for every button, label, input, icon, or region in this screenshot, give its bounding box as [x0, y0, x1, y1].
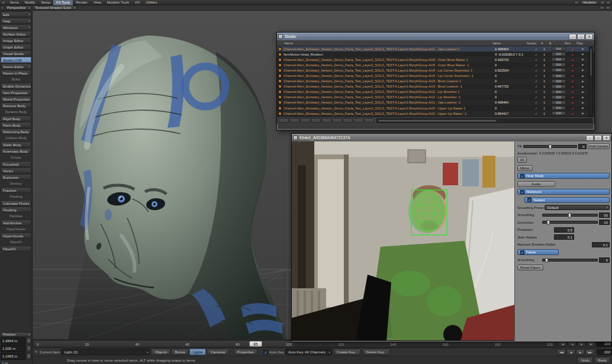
- play-icon[interactable]: ▶: [578, 91, 588, 94]
- play-icon[interactable]: ▶: [578, 112, 588, 115]
- minimize-button[interactable]: –: [569, 34, 576, 40]
- sidebar-item-studio-live[interactable]: Studio LIVE: [1, 57, 31, 63]
- studio-footer-button[interactable]: [321, 118, 331, 123]
- sidebar-item-help[interactable]: Help: [1, 18, 31, 24]
- window-icon[interactable]: [600, 1, 605, 5]
- menu-view[interactable]: View: [91, 0, 104, 5]
- channel-value[interactable]: 0: [495, 74, 529, 78]
- record-icon[interactable]: ●: [567, 47, 578, 51]
- end-frame-field-2[interactable]: 200: [597, 349, 612, 355]
- play-icon[interactable]: ▶: [578, 69, 588, 72]
- mode-objects-button[interactable]: Objects: [151, 349, 170, 355]
- studio-footer-button[interactable]: [311, 118, 321, 123]
- channel-value[interactable]: 0.430733: [495, 58, 529, 62]
- properties-button[interactable]: Properties: [234, 349, 257, 355]
- sidebar-item-deforming-body[interactable]: Deforming Body: [1, 128, 31, 134]
- play-icon[interactable]: ▶: [578, 75, 588, 78]
- edit-button[interactable]: Edit: [552, 74, 566, 78]
- vertical-scrollbar[interactable]: [589, 47, 593, 117]
- channel-row[interactable]: ItemMotion Head_RotationX -0.0250813 Y 0…: [277, 51, 594, 57]
- minimize-icon[interactable]: [606, 1, 611, 5]
- x-position-field[interactable]: 1.4844 m: [1, 337, 25, 344]
- faces-smoothing-slider[interactable]: [542, 259, 598, 262]
- seated-toggle[interactable]: ✓ Seated: [524, 197, 610, 203]
- mode-bones-button[interactable]: Bones: [171, 349, 189, 355]
- mode-lights-button[interactable]: Lights: [189, 349, 207, 355]
- mode-cameras-button[interactable]: Cameras: [207, 349, 228, 355]
- channel-value[interactable]: 0.922534: [495, 69, 529, 72]
- studio-footer-button[interactable]: [279, 118, 289, 123]
- sidebar-item-item-properties[interactable]: Item Properties: [1, 89, 31, 95]
- channel-row[interactable]: Channel Alien_Emissary_Newton_Demo_Facia…: [277, 73, 594, 78]
- correction-value[interactable]: 10: [599, 220, 610, 225]
- sidebar-item-static-body[interactable]: Static Body: [1, 141, 31, 147]
- nodes-check-icon[interactable]: ✓: [529, 69, 543, 72]
- record-icon[interactable]: ●: [567, 63, 578, 67]
- nodes-check-icon[interactable]: ✓: [529, 74, 543, 78]
- edit-button[interactable]: Edit: [552, 57, 566, 62]
- sidebar-item-fiberfx[interactable]: FiberFX: [1, 246, 31, 252]
- menu-fx-tools[interactable]: FX Tools: [53, 0, 73, 5]
- column-a[interactable]: A: [541, 41, 549, 45]
- edit-button[interactable]: Edit: [552, 101, 566, 105]
- column-nodes[interactable]: Nodes: [527, 41, 541, 45]
- studio-footer-button[interactable]: [332, 118, 342, 123]
- channel-value[interactable]: 0: [495, 95, 529, 99]
- nodes-check-icon[interactable]: ✓: [529, 95, 543, 99]
- nodes-check-icon[interactable]: ✓: [529, 53, 543, 56]
- play-icon[interactable]: ▶: [578, 53, 588, 56]
- faces-smoothing-value[interactable]: 5: [599, 257, 610, 263]
- sidebar-item-add-emitter[interactable]: Add Emitter: [1, 220, 31, 226]
- maximize-button[interactable]: □: [594, 135, 602, 141]
- menu-modify[interactable]: Modify: [22, 0, 38, 5]
- play-icon[interactable]: ▶: [578, 101, 588, 104]
- channel-row[interactable]: Channel Alien_Emissary_Newton_Demo_Facia…: [277, 46, 594, 51]
- studio-footer-button[interactable]: [364, 118, 374, 123]
- channel-value[interactable]: 0.964417: [495, 112, 529, 115]
- correction-slider[interactable]: [542, 221, 598, 224]
- column-rec[interactable]: Rec: [565, 41, 576, 45]
- menu-setup[interactable]: Setup: [38, 0, 53, 5]
- record-icon[interactable]: ●: [567, 53, 578, 56]
- edit-button[interactable]: Edit: [552, 47, 566, 51]
- sidebar-item-parent-in-place[interactable]: Parent in Place: [1, 70, 31, 76]
- close-button[interactable]: ✕: [603, 135, 610, 141]
- edit-button[interactable]: Edit: [552, 68, 566, 72]
- column-name[interactable]: Name: [277, 41, 492, 45]
- view-mode-dropdown[interactable]: Perspective: [5, 5, 31, 10]
- horizontal-scrollbar[interactable]: [376, 118, 592, 123]
- transport-button[interactable]: ▶▶: [585, 349, 594, 355]
- play-icon[interactable]: ▶: [578, 58, 588, 61]
- sidebar-item-explosion[interactable]: Explosion: [1, 174, 31, 180]
- sidebar-item-fracture[interactable]: Fracture: [1, 187, 31, 193]
- create-key-button[interactable]: Create Key...: [333, 349, 362, 355]
- network-icon[interactable]: [574, 1, 579, 5]
- edit-button[interactable]: Edit: [552, 85, 566, 89]
- viewport-grip-icon[interactable]: [1, 6, 4, 10]
- redo-button[interactable]: Redo: [594, 357, 610, 363]
- sidebar-item-kinematic-body[interactable]: Kinematic Body: [1, 148, 31, 154]
- channel-row[interactable]: Channel Alien_Emissary_Newton_Demo_Facia…: [277, 100, 594, 105]
- near-mode-toggle[interactable]: ✓ Near Mode: [517, 173, 610, 179]
- record-icon[interactable]: ●: [567, 90, 578, 94]
- channel-value[interactable]: 0.498464: [495, 47, 529, 51]
- column-e[interactable]: E: [549, 41, 565, 45]
- pan-icon[interactable]: [600, 6, 604, 10]
- coordinate-mode-dropdown[interactable]: Position: [1, 332, 31, 337]
- sidebar-item-image-editor[interactable]: Image Editor: [1, 37, 31, 43]
- edit-button[interactable]: Edit: [552, 63, 566, 67]
- sidebar-item-surface-editor[interactable]: Surface Editor: [1, 31, 31, 37]
- studio-live-window[interactable]: Studio – □ ✕ Name Value Nodes A E Rec Pl…: [276, 32, 595, 130]
- audio-button[interactable]: Audio: [517, 181, 555, 187]
- nodes-check-icon[interactable]: ✓: [529, 101, 543, 104]
- menu-items[interactable]: Items: [7, 0, 22, 5]
- edit-button[interactable]: Edit: [552, 106, 566, 110]
- grab-camera-button[interactable]: Grab Camera: [588, 143, 610, 149]
- channel-value[interactable]: 0.498464: [495, 101, 529, 104]
- transport-button[interactable]: ◀: [566, 349, 575, 355]
- studio-footer-button[interactable]: [353, 118, 363, 123]
- transport-button[interactable]: ▶: [576, 349, 585, 355]
- edit-button[interactable]: Edit: [552, 95, 566, 99]
- studio-footer-button[interactable]: [343, 118, 353, 123]
- delete-key-button[interactable]: Delete Key...: [362, 349, 390, 355]
